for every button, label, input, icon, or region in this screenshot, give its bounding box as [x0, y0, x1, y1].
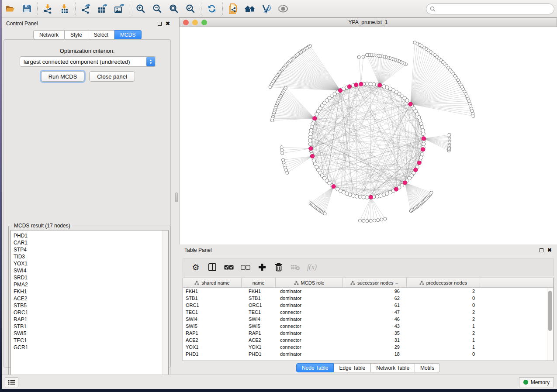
table-row[interactable]: YOX1YOX1connector291: [183, 344, 553, 351]
zoom-selected-icon[interactable]: [182, 1, 199, 16]
home-icon[interactable]: [242, 1, 258, 16]
mcds-result-item[interactable]: STB5: [14, 302, 168, 309]
table-cell: 0: [407, 351, 480, 357]
mcds-result-item[interactable]: RAP1: [14, 316, 168, 323]
list-icon: [8, 379, 15, 385]
memory-button[interactable]: Memory: [519, 377, 554, 387]
float-panel-icon[interactable]: [540, 248, 543, 252]
mcds-result-item[interactable]: YOX1: [14, 260, 168, 267]
new-network-from-selection-icon[interactable]: [225, 1, 242, 16]
network-canvas[interactable]: [179, 27, 557, 244]
tab-select[interactable]: Select: [88, 30, 114, 39]
optimization-criterion-select[interactable]: largest connected component (undirected)…: [20, 56, 156, 67]
close-panel-button[interactable]: Close panel: [89, 71, 135, 82]
float-panel-icon[interactable]: [158, 22, 162, 26]
import-network-icon[interactable]: [40, 1, 56, 16]
add-column-icon[interactable]: [254, 259, 270, 275]
table-row[interactable]: ACE2ACE2connector311: [183, 337, 553, 344]
tab-motifs[interactable]: Motifs: [415, 363, 440, 372]
task-history-button[interactable]: [5, 377, 18, 387]
table-scrollbar[interactable]: [547, 288, 553, 361]
column-header-MCDS-role[interactable]: MCDS role: [276, 278, 343, 287]
column-header-shared-name[interactable]: shared name: [183, 278, 242, 287]
optimization-criterion-label: Optimization criterion:: [4, 48, 170, 54]
table-cell: 18: [343, 351, 407, 357]
deselect-all-icon[interactable]: [237, 259, 254, 275]
mcds-result-item[interactable]: SWI5: [14, 330, 168, 337]
search-box[interactable]: [426, 3, 554, 14]
table-cell: 1: [407, 323, 480, 329]
delete-columns-icon[interactable]: [270, 259, 287, 275]
tab-network-table[interactable]: Network Table: [371, 363, 415, 372]
mcds-tab-content: Optimization criterion: largest connecte…: [3, 39, 171, 368]
column-header-predecessor-nodes[interactable]: predecessor nodes: [407, 278, 480, 287]
mcds-result-title: MCDS result (17 nodes): [12, 223, 72, 229]
show-columns-icon[interactable]: [204, 259, 221, 275]
node-table[interactable]: shared namenameMCDS rolesuccessor nodes⌄…: [183, 278, 554, 361]
table-cell: 1: [407, 344, 480, 350]
table-row[interactable]: SWI5SWI5connector431: [183, 323, 553, 330]
table-mode-gear-icon[interactable]: ⚙: [187, 259, 204, 275]
select-all-icon[interactable]: [221, 259, 237, 275]
tab-node-table[interactable]: Node Table: [296, 363, 334, 372]
network-graph[interactable]: [180, 27, 557, 244]
mcds-result-item[interactable]: TEC1: [14, 337, 168, 344]
tab-network[interactable]: Network: [33, 30, 65, 39]
import-table-icon[interactable]: [56, 1, 73, 16]
table-row[interactable]: RAP1RAP1dominator352: [183, 330, 553, 337]
control-panel-title: Control Panel: [6, 21, 38, 27]
splitter-grip-icon[interactable]: [175, 193, 178, 202]
table-cell: dominator: [276, 296, 343, 301]
open-file-icon[interactable]: [2, 1, 18, 16]
mcds-result-item[interactable]: PMA2: [14, 281, 168, 288]
column-header-successor-nodes[interactable]: successor nodes⌄: [343, 278, 407, 287]
show-graphics-details-icon[interactable]: [275, 1, 291, 16]
table-cell: 43: [343, 323, 407, 329]
mcds-result-item[interactable]: SWI4: [14, 267, 168, 274]
mcds-result-item[interactable]: GCR1: [14, 344, 168, 351]
mcds-result-item[interactable]: STP4: [14, 246, 168, 253]
table-row[interactable]: TEC1TEC1connector472: [183, 309, 553, 316]
zoom-out-icon[interactable]: [149, 1, 166, 16]
toggle-bird-view-icon[interactable]: [258, 1, 275, 16]
table-row[interactable]: PHD1PHD1dominator180: [183, 351, 553, 358]
mcds-result-item[interactable]: SRD1: [14, 274, 168, 281]
column-header-name[interactable]: name: [242, 278, 276, 287]
search-input[interactable]: [436, 5, 554, 14]
save-session-icon[interactable]: [18, 1, 35, 16]
run-mcds-button[interactable]: Run MCDS: [41, 71, 84, 82]
control-panel: Control Panel ✖ NetworkStyleSelectMCDS O…: [2, 18, 174, 375]
mcds-result-item[interactable]: ORC1: [14, 309, 168, 316]
close-panel-icon[interactable]: ✖: [166, 22, 170, 26]
panel-splitter[interactable]: [174, 18, 179, 375]
zoom-fit-icon[interactable]: [166, 1, 182, 16]
tab-style[interactable]: Style: [65, 30, 88, 39]
mcds-result-item[interactable]: CAR1: [14, 239, 168, 246]
refresh-layout-icon[interactable]: [204, 1, 220, 16]
mcds-result-item[interactable]: PHD1: [14, 232, 168, 239]
export-network-icon[interactable]: [78, 1, 94, 16]
table-row[interactable]: FKH1FKH1dominator962: [183, 288, 553, 295]
tab-edge-table[interactable]: Edge Table: [334, 363, 371, 372]
main-toolbar: [2, 0, 557, 17]
export-image-icon[interactable]: [111, 1, 128, 16]
close-panel-icon[interactable]: ✖: [547, 248, 552, 252]
mcds-result-item[interactable]: STB1: [14, 323, 168, 330]
table-cell: RAP1: [183, 330, 242, 336]
mcds-result-item[interactable]: TID3: [14, 253, 168, 260]
tab-mcds[interactable]: MCDS: [114, 30, 142, 39]
network-window-titlebar[interactable]: YPA_prune.txt_1: [179, 17, 557, 27]
mcds-result-list[interactable]: PHD1CAR1STP4TID3YOX1SWI4SRD1PMA2FKH1ACE2…: [10, 230, 169, 386]
mcds-list-scrollbar[interactable]: [163, 230, 168, 385]
scrollbar-thumb[interactable]: [548, 291, 552, 331]
table-row[interactable]: ORC1ORC1dominator610: [183, 302, 553, 309]
network-window: YPA_prune.txt_1: [179, 17, 557, 244]
export-table-icon[interactable]: [94, 1, 111, 16]
table-row[interactable]: STB1STB1dominator620: [183, 295, 553, 302]
table-row[interactable]: SWI4SWI4dominator462: [183, 316, 553, 323]
table-cell: 2: [407, 330, 480, 336]
table-cell: STB1: [242, 296, 276, 301]
mcds-result-item[interactable]: FKH1: [14, 288, 168, 295]
mcds-result-item[interactable]: ACE2: [14, 295, 168, 302]
zoom-in-icon[interactable]: [132, 1, 149, 16]
